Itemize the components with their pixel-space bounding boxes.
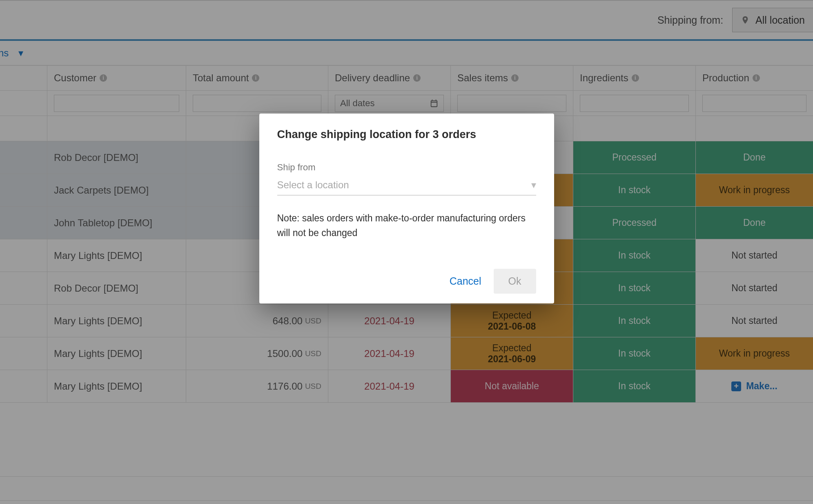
cancel-button[interactable]: Cancel [450, 275, 481, 287]
modal-actions: Cancel Ok [277, 269, 536, 294]
modal-note: Note: sales orders with make-to-order ma… [277, 211, 536, 240]
ship-from-select[interactable]: Select a location ▾ [277, 175, 536, 196]
modal-title: Change shipping location for 3 orders [277, 128, 536, 141]
chevron-down-icon: ▾ [531, 179, 536, 191]
modal-overlay[interactable]: Change shipping location for 3 orders Sh… [0, 0, 813, 504]
ok-button[interactable]: Ok [494, 269, 536, 294]
ship-from-label: Ship from [277, 162, 536, 173]
ship-from-placeholder: Select a location [277, 179, 349, 191]
change-shipping-modal: Change shipping location for 3 orders Sh… [259, 114, 554, 303]
app-root: Shipping from: All location ns ▾ Custome… [0, 0, 813, 504]
